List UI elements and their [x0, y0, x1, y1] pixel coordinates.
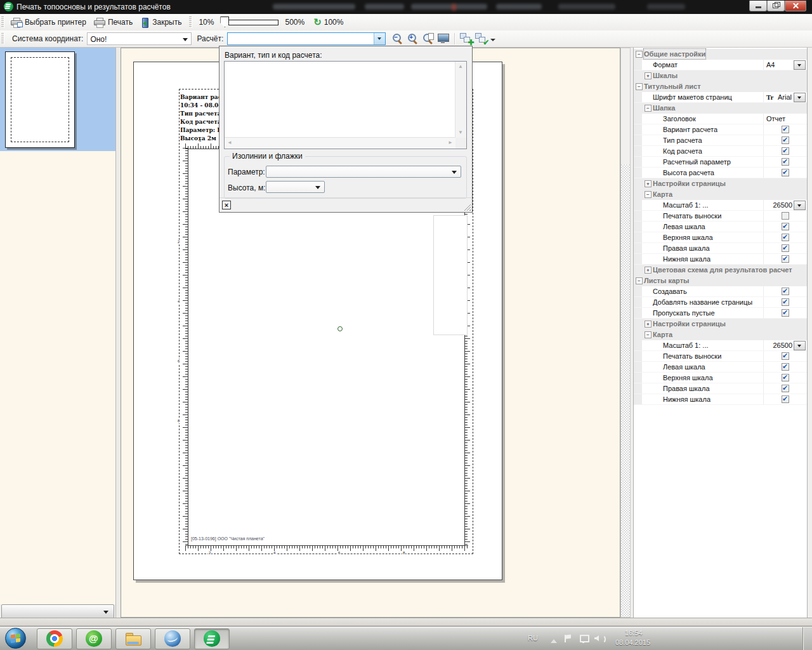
property-value-cell[interactable] — [763, 373, 806, 383]
property-value-cell[interactable] — [763, 135, 806, 145]
property-value-cell[interactable] — [763, 146, 806, 156]
taskbar-button-chrome[interactable] — [37, 628, 72, 649]
collapse-toggle-icon[interactable]: − — [645, 105, 652, 112]
property-value-cell[interactable] — [763, 243, 806, 253]
property-value-cell[interactable] — [763, 297, 806, 307]
scroll-up-icon[interactable]: ▲ — [455, 62, 466, 72]
variant-listbox[interactable]: ▲ ▼ ◄ ► — [224, 61, 467, 149]
collapse-toggle-icon[interactable]: − — [636, 83, 643, 90]
property-value-cell[interactable]: A4 — [763, 60, 806, 70]
property-value[interactable]: 26500 — [773, 200, 792, 210]
property-value-cell[interactable] — [763, 308, 806, 318]
taskbar-button-globe-app[interactable] — [155, 628, 190, 649]
collapse-toggle-icon[interactable]: − — [645, 191, 652, 198]
collapse-toggle-icon[interactable]: − — [645, 331, 652, 338]
select-printer-button[interactable]: Выбрать принтер — [7, 16, 90, 29]
zoom-in-button[interactable]: + — [406, 32, 420, 46]
listbox-vscrollbar[interactable]: ▲ ▼ — [455, 62, 466, 138]
expand-toggle-icon[interactable]: + — [645, 321, 652, 328]
zoom-page-button[interactable] — [421, 32, 435, 46]
checkbox-checked[interactable] — [782, 126, 789, 133]
category-label[interactable]: Общие настройки — [644, 49, 705, 59]
collapse-toggle-icon[interactable]: − — [636, 51, 643, 58]
sidebar-dropdown[interactable] — [1, 604, 114, 619]
category-label[interactable]: Листы карты — [644, 275, 689, 286]
language-indicator[interactable]: RU — [528, 634, 538, 642]
checkbox-checked[interactable] — [782, 234, 789, 241]
reset-zoom-icon[interactable]: ↻ — [313, 18, 322, 27]
calculation-select[interactable] — [227, 32, 386, 45]
toolbar-grip[interactable] — [1, 17, 4, 28]
page-thumbnail[interactable] — [5, 51, 75, 148]
close-button[interactable] — [785, 1, 806, 11]
scroll-down-icon[interactable]: ▼ — [455, 128, 466, 138]
scrollbar-track[interactable] — [621, 164, 630, 617]
taskbar-button-file-explorer[interactable] — [115, 628, 151, 649]
property-value-cell[interactable]: 26500 — [763, 340, 806, 350]
scroll-left-icon[interactable]: ◄ — [225, 138, 235, 148]
preview-vertical-scrollbar[interactable] — [620, 48, 631, 618]
checkbox-checked[interactable] — [782, 158, 789, 166]
print-button[interactable]: Печать — [90, 16, 136, 29]
property-value-cell[interactable] — [763, 254, 806, 264]
property-value[interactable]: A4 — [766, 60, 775, 70]
show-desktop-button[interactable] — [802, 627, 812, 650]
zoom-slider[interactable] — [220, 16, 278, 29]
property-value-cell[interactable] — [763, 168, 806, 178]
preview-screen-button[interactable] — [436, 32, 450, 46]
expand-toggle-icon[interactable]: + — [645, 267, 652, 274]
listbox-hscrollbar[interactable]: ◄ ► — [225, 137, 455, 149]
checkbox-checked[interactable] — [782, 363, 789, 371]
taskbar-button-green-logo[interactable] — [194, 628, 230, 649]
expand-toggle-icon[interactable]: + — [645, 72, 652, 79]
checkbox-checked[interactable] — [782, 136, 789, 144]
checkbox-checked[interactable] — [782, 255, 789, 263]
restore-button[interactable] — [767, 1, 785, 11]
popup-close-button[interactable]: × — [222, 201, 231, 209]
zoom-slider-thumb[interactable] — [220, 17, 229, 27]
checkbox-checked[interactable] — [782, 169, 789, 176]
toolbar-grip[interactable] — [189, 17, 192, 28]
toolbar-grip[interactable] — [1, 33, 4, 44]
add-calculation-button[interactable]: ✚ — [459, 32, 473, 46]
property-value[interactable]: Arial — [778, 92, 792, 102]
checkbox-unchecked[interactable] — [782, 212, 789, 220]
zoom-slider-track[interactable] — [228, 20, 278, 25]
value-dropdown-button[interactable] — [794, 60, 806, 70]
category-label[interactable]: Цветовая схема для результатов расчет — [653, 265, 792, 275]
property-value[interactable]: Отчет — [766, 114, 785, 124]
checkbox-checked[interactable] — [782, 309, 789, 317]
property-value-cell[interactable] — [763, 211, 806, 221]
property-value-cell[interactable]: Отчет — [763, 114, 806, 124]
property-value-cell[interactable] — [763, 286, 806, 296]
parameter-select[interactable] — [266, 166, 461, 178]
property-value[interactable]: 26500 — [773, 340, 792, 350]
close-preview-button[interactable]: Закрыть — [136, 16, 185, 29]
height-select[interactable] — [266, 181, 325, 193]
expand-toggle-icon[interactable]: + — [645, 180, 652, 187]
property-value-cell[interactable] — [763, 383, 806, 394]
category-label[interactable]: Настройки страницы — [653, 319, 726, 329]
value-dropdown-button[interactable] — [794, 93, 806, 102]
property-value-cell[interactable] — [763, 394, 806, 404]
property-value-cell[interactable] — [763, 232, 806, 242]
clock-date[interactable]: 08.04.2015 — [615, 639, 650, 646]
minimize-button[interactable] — [749, 1, 767, 11]
show-hidden-icons-button[interactable] — [551, 636, 557, 643]
category-label[interactable]: Шкалы — [653, 70, 678, 81]
property-value-cell[interactable]: 26500 — [763, 200, 806, 210]
category-label[interactable]: Шапка — [653, 103, 675, 113]
checkbox-checked[interactable] — [782, 385, 789, 392]
category-label[interactable]: Настройки страницы — [653, 178, 726, 189]
value-dropdown-button[interactable] — [794, 341, 806, 350]
popup-resize-grip[interactable] — [464, 204, 471, 211]
checkbox-checked[interactable] — [782, 223, 789, 230]
value-dropdown-button[interactable] — [794, 201, 806, 210]
property-value-cell[interactable]: TrArial — [763, 92, 806, 102]
property-value-cell[interactable] — [763, 351, 806, 361]
property-value-cell[interactable] — [763, 362, 806, 372]
checkbox-checked[interactable] — [782, 374, 789, 381]
collapse-toggle-icon[interactable]: − — [636, 277, 643, 284]
coord-system-select[interactable]: Оно! — [87, 32, 192, 45]
clock-time[interactable]: 16:54 — [625, 629, 643, 637]
